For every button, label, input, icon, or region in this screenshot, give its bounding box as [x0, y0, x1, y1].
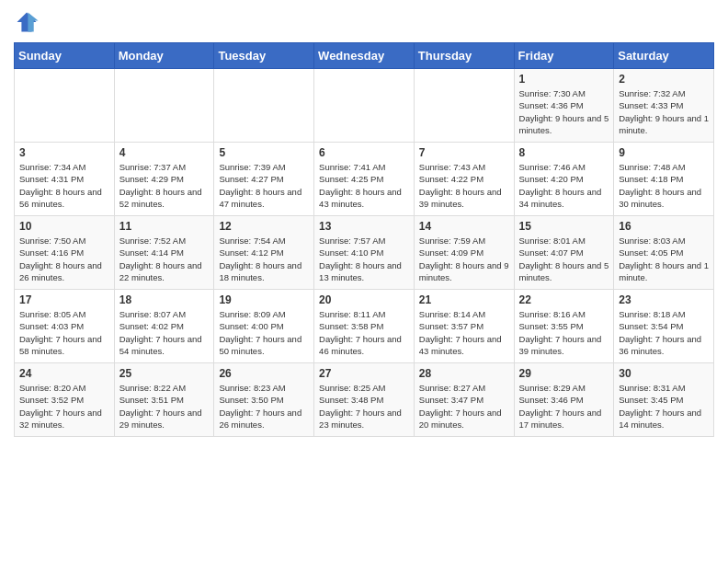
day-number: 26: [219, 367, 309, 380]
day-info: Sunrise: 8:01 AM Sunset: 4:07 PM Dayligh…: [519, 235, 609, 283]
calendar-cell: 12Sunrise: 7:54 AM Sunset: 4:12 PM Dayli…: [214, 216, 314, 290]
calendar-header-tuesday: Tuesday: [214, 43, 314, 69]
calendar-header-wednesday: Wednesday: [314, 43, 415, 69]
calendar-cell: 3Sunrise: 7:34 AM Sunset: 4:31 PM Daylig…: [15, 143, 115, 216]
calendar-cell: 24Sunrise: 8:20 AM Sunset: 3:52 PM Dayli…: [15, 363, 115, 437]
day-info: Sunrise: 8:11 AM Sunset: 3:58 PM Dayligh…: [319, 308, 409, 357]
calendar-cell: 2Sunrise: 7:32 AM Sunset: 4:33 PM Daylig…: [614, 69, 714, 143]
calendar-header-monday: Monday: [114, 43, 214, 69]
day-number: 9: [619, 146, 709, 159]
day-info: Sunrise: 7:30 AM Sunset: 4:36 PM Dayligh…: [519, 87, 609, 136]
logo: [14, 9, 43, 35]
calendar-cell: 11Sunrise: 7:52 AM Sunset: 4:14 PM Dayli…: [114, 216, 214, 290]
day-info: Sunrise: 7:43 AM Sunset: 4:22 PM Dayligh…: [419, 161, 509, 210]
calendar-week-row: 17Sunrise: 8:05 AM Sunset: 4:03 PM Dayli…: [15, 290, 714, 363]
calendar-cell: 28Sunrise: 8:27 AM Sunset: 3:47 PM Dayli…: [414, 363, 514, 437]
day-number: 2: [619, 73, 709, 86]
day-number: 4: [119, 146, 210, 159]
day-number: 7: [419, 146, 509, 159]
day-number: 17: [19, 293, 109, 306]
calendar-cell: 5Sunrise: 7:39 AM Sunset: 4:27 PM Daylig…: [214, 143, 314, 216]
calendar-cell: 27Sunrise: 8:25 AM Sunset: 3:48 PM Dayli…: [314, 363, 415, 437]
calendar-week-row: 10Sunrise: 7:50 AM Sunset: 4:16 PM Dayli…: [15, 216, 714, 290]
calendar-week-row: 3Sunrise: 7:34 AM Sunset: 4:31 PM Daylig…: [15, 143, 714, 216]
day-info: Sunrise: 8:27 AM Sunset: 3:47 PM Dayligh…: [419, 382, 509, 431]
calendar-cell: 19Sunrise: 8:09 AM Sunset: 4:00 PM Dayli…: [214, 290, 314, 363]
day-number: 12: [219, 220, 309, 233]
day-number: 14: [419, 220, 509, 233]
day-info: Sunrise: 8:16 AM Sunset: 3:55 PM Dayligh…: [519, 308, 609, 357]
day-number: 29: [519, 367, 609, 380]
day-info: Sunrise: 7:54 AM Sunset: 4:12 PM Dayligh…: [219, 235, 309, 283]
calendar-week-row: 1Sunrise: 7:30 AM Sunset: 4:36 PM Daylig…: [15, 69, 714, 143]
day-number: 23: [619, 293, 709, 306]
calendar-cell: 30Sunrise: 8:31 AM Sunset: 3:45 PM Dayli…: [614, 363, 714, 437]
day-info: Sunrise: 7:41 AM Sunset: 4:25 PM Dayligh…: [319, 161, 409, 210]
calendar-cell: [214, 69, 314, 143]
page: SundayMondayTuesdayWednesdayThursdayFrid…: [0, 0, 728, 446]
day-number: 5: [219, 146, 309, 159]
calendar-cell: [314, 69, 415, 143]
day-info: Sunrise: 8:22 AM Sunset: 3:51 PM Dayligh…: [119, 382, 210, 431]
day-info: Sunrise: 8:31 AM Sunset: 3:45 PM Dayligh…: [619, 382, 709, 431]
day-info: Sunrise: 7:50 AM Sunset: 4:16 PM Dayligh…: [19, 235, 109, 283]
calendar-header-sunday: Sunday: [15, 43, 115, 69]
calendar-cell: 18Sunrise: 8:07 AM Sunset: 4:02 PM Dayli…: [114, 290, 214, 363]
calendar-cell: 17Sunrise: 8:05 AM Sunset: 4:03 PM Dayli…: [15, 290, 115, 363]
calendar-header-row: SundayMondayTuesdayWednesdayThursdayFrid…: [15, 43, 714, 69]
day-number: 16: [619, 220, 709, 233]
calendar-cell: [15, 69, 115, 143]
day-number: 6: [319, 146, 409, 159]
calendar-cell: 8Sunrise: 7:46 AM Sunset: 4:20 PM Daylig…: [514, 143, 614, 216]
day-info: Sunrise: 8:03 AM Sunset: 4:05 PM Dayligh…: [619, 235, 709, 283]
day-number: 1: [519, 73, 609, 86]
calendar-cell: 15Sunrise: 8:01 AM Sunset: 4:07 PM Dayli…: [514, 216, 614, 290]
day-info: Sunrise: 7:34 AM Sunset: 4:31 PM Dayligh…: [19, 161, 109, 210]
calendar-cell: [114, 69, 214, 143]
calendar-cell: 20Sunrise: 8:11 AM Sunset: 3:58 PM Dayli…: [314, 290, 415, 363]
calendar-cell: 4Sunrise: 7:37 AM Sunset: 4:29 PM Daylig…: [114, 143, 214, 216]
day-number: 15: [519, 220, 609, 233]
day-info: Sunrise: 7:39 AM Sunset: 4:27 PM Dayligh…: [219, 161, 309, 210]
day-number: 3: [19, 146, 109, 159]
calendar-cell: 6Sunrise: 7:41 AM Sunset: 4:25 PM Daylig…: [314, 143, 415, 216]
day-number: 24: [19, 367, 109, 380]
day-number: 22: [519, 293, 609, 306]
day-number: 13: [319, 220, 409, 233]
day-number: 8: [519, 146, 609, 159]
calendar-cell: 10Sunrise: 7:50 AM Sunset: 4:16 PM Dayli…: [15, 216, 115, 290]
day-info: Sunrise: 8:09 AM Sunset: 4:00 PM Dayligh…: [219, 308, 309, 357]
calendar-cell: 23Sunrise: 8:18 AM Sunset: 3:54 PM Dayli…: [614, 290, 714, 363]
day-number: 21: [419, 293, 509, 306]
day-number: 28: [419, 367, 509, 380]
day-info: Sunrise: 8:23 AM Sunset: 3:50 PM Dayligh…: [219, 382, 309, 431]
calendar: SundayMondayTuesdayWednesdayThursdayFrid…: [14, 42, 714, 437]
calendar-cell: 25Sunrise: 8:22 AM Sunset: 3:51 PM Dayli…: [114, 363, 214, 437]
calendar-cell: 21Sunrise: 8:14 AM Sunset: 3:57 PM Dayli…: [414, 290, 514, 363]
calendar-cell: 13Sunrise: 7:57 AM Sunset: 4:10 PM Dayli…: [314, 216, 415, 290]
calendar-cell: 1Sunrise: 7:30 AM Sunset: 4:36 PM Daylig…: [514, 69, 614, 143]
day-info: Sunrise: 8:18 AM Sunset: 3:54 PM Dayligh…: [619, 308, 709, 357]
calendar-header-thursday: Thursday: [414, 43, 514, 69]
day-number: 19: [219, 293, 309, 306]
day-info: Sunrise: 7:37 AM Sunset: 4:29 PM Dayligh…: [119, 161, 210, 210]
calendar-cell: 22Sunrise: 8:16 AM Sunset: 3:55 PM Dayli…: [514, 290, 614, 363]
day-number: 18: [119, 293, 210, 306]
calendar-header-friday: Friday: [514, 43, 614, 69]
day-info: Sunrise: 7:46 AM Sunset: 4:20 PM Dayligh…: [519, 161, 609, 210]
calendar-cell: [414, 69, 514, 143]
calendar-cell: 7Sunrise: 7:43 AM Sunset: 4:22 PM Daylig…: [414, 143, 514, 216]
day-number: 20: [319, 293, 409, 306]
calendar-header-saturday: Saturday: [614, 43, 714, 69]
calendar-cell: 26Sunrise: 8:23 AM Sunset: 3:50 PM Dayli…: [214, 363, 314, 437]
day-info: Sunrise: 8:29 AM Sunset: 3:46 PM Dayligh…: [519, 382, 609, 431]
day-number: 27: [319, 367, 409, 380]
day-info: Sunrise: 8:07 AM Sunset: 4:02 PM Dayligh…: [119, 308, 210, 357]
day-info: Sunrise: 7:48 AM Sunset: 4:18 PM Dayligh…: [619, 161, 709, 210]
day-number: 30: [619, 367, 709, 380]
day-info: Sunrise: 7:57 AM Sunset: 4:10 PM Dayligh…: [319, 235, 409, 283]
day-info: Sunrise: 8:20 AM Sunset: 3:52 PM Dayligh…: [19, 382, 109, 431]
day-info: Sunrise: 8:05 AM Sunset: 4:03 PM Dayligh…: [19, 308, 109, 357]
day-number: 11: [119, 220, 210, 233]
calendar-cell: 16Sunrise: 8:03 AM Sunset: 4:05 PM Dayli…: [614, 216, 714, 290]
